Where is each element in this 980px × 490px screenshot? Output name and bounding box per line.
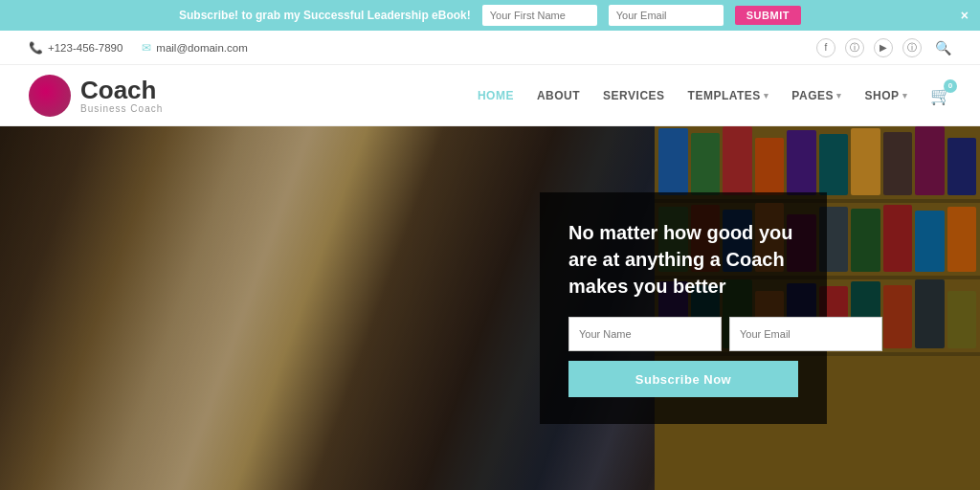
search-icon[interactable]: 🔍 [935, 40, 951, 56]
facebook-icon[interactable]: f [816, 38, 835, 57]
nav-pages-label: PAGES [791, 89, 834, 102]
chevron-down-icon-pages: ▾ [836, 91, 842, 100]
nav-services[interactable]: SERVICES [603, 89, 664, 102]
phone-contact: 📞 +123-456-7890 [29, 41, 122, 55]
contact-info: 📞 +123-456-7890 ✉ mail@domain.com [29, 41, 248, 55]
logo-subtitle: Business Coach [80, 103, 163, 114]
logo-icon [29, 75, 71, 117]
close-button[interactable]: × [961, 8, 969, 23]
phone-icon: 📞 [29, 41, 43, 55]
first-name-input[interactable] [482, 5, 597, 26]
cart-icon-wrap[interactable]: 🛒 0 [930, 85, 951, 106]
mail-icon: ✉ [142, 41, 151, 55]
email-contact: ✉ mail@domain.com [142, 41, 247, 55]
hero-name-input[interactable] [568, 317, 722, 351]
nav-templates-label: TEMPLATES [688, 89, 761, 102]
hero-section: No matter how good you are at anything a… [0, 126, 980, 490]
social-icons: f ⓘ ▶ ⓘ 🔍 [816, 38, 951, 57]
youtube-icon[interactable]: ▶ [874, 38, 893, 57]
announcement-bar: Subscribe! to grab my Successful Leaders… [0, 0, 980, 31]
nav-bar: Coach Business Coach HOME ABOUT SERVICES… [0, 65, 980, 126]
cart-badge: 0 [944, 79, 957, 93]
nav-home[interactable]: HOME [478, 89, 514, 102]
phone-number: +123-456-7890 [48, 42, 122, 54]
hero-content-box: No matter how good you are at anything a… [540, 192, 827, 424]
info-icon[interactable]: ⓘ [845, 38, 864, 57]
hero-email-input[interactable] [729, 317, 882, 351]
submit-button[interactable]: SUBMIT [735, 6, 801, 25]
nav-templates[interactable]: TEMPLATES ▾ [688, 89, 769, 102]
hero-inputs-row [568, 317, 798, 351]
nav-pages[interactable]: PAGES ▾ [791, 89, 841, 102]
nav-about[interactable]: ABOUT [537, 89, 580, 102]
hero-headline: No matter how good you are at anything a… [568, 219, 798, 300]
chevron-down-icon-shop: ▾ [902, 91, 908, 100]
contact-bar: 📞 +123-456-7890 ✉ mail@domain.com f ⓘ ▶ … [0, 31, 980, 65]
hero-subscribe-button[interactable]: Subscribe Now [568, 361, 798, 397]
hero-form: Subscribe Now [568, 317, 798, 397]
logo-text: Coach Business Coach [80, 77, 163, 115]
email-address: mail@domain.com [156, 42, 247, 54]
logo: Coach Business Coach [29, 75, 163, 117]
nav-shop[interactable]: SHOP ▾ [864, 89, 907, 102]
announcement-text: Subscribe! to grab my Successful Leaders… [179, 9, 471, 22]
hero-overlay [0, 126, 980, 490]
chevron-down-icon: ▾ [764, 91, 769, 100]
logo-name: Coach [80, 77, 163, 104]
nav-shop-label: SHOP [864, 89, 899, 102]
info2-icon[interactable]: ⓘ [902, 38, 922, 57]
email-input-announce[interactable] [609, 5, 724, 26]
nav-links: HOME ABOUT SERVICES TEMPLATES ▾ PAGES ▾ … [478, 85, 951, 106]
